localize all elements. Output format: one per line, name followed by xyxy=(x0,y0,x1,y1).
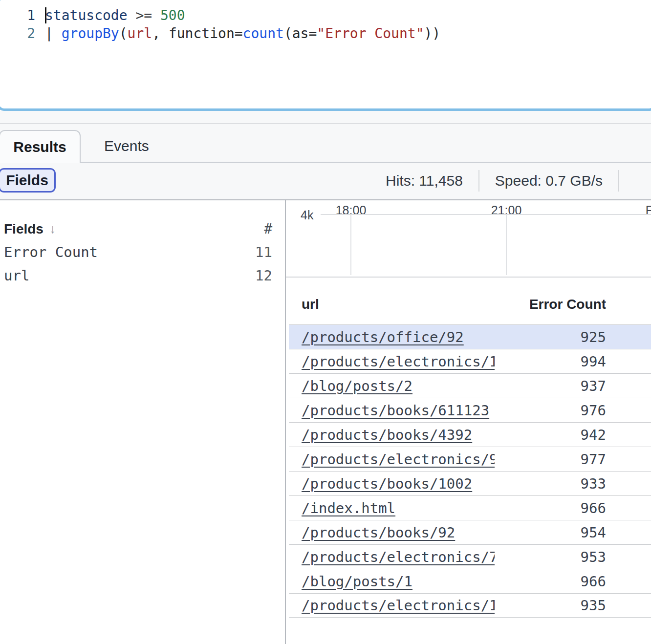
field-count: 11 xyxy=(255,244,272,260)
hits-count: Hits: 11,458 xyxy=(386,172,463,189)
token-as-arg: (as= xyxy=(284,25,317,42)
url-link[interactable]: /products/books/611123 xyxy=(302,402,489,419)
results-subheader: Results Events Fields Hits: 11,458 Speed… xyxy=(0,111,651,199)
table-row[interactable]: /products/electronics/9211 977 xyxy=(289,447,651,471)
vertical-gridline-1800 xyxy=(350,214,351,275)
table-row[interactable]: /products/books/1002 933 xyxy=(289,471,651,495)
url-link[interactable]: /index.html xyxy=(302,500,395,516)
token-close-parens: )) xyxy=(424,25,441,42)
url-link[interactable]: /products/books/4392 xyxy=(302,427,472,443)
horizontal-gridline xyxy=(321,214,651,215)
results-table: url Error Count /products/office/92 925 … xyxy=(289,278,651,618)
query-line-2[interactable]: 2 | groupBy(url, function=count(as="Erro… xyxy=(0,24,651,43)
table-row[interactable]: /products/electronics/7 953 xyxy=(289,544,651,569)
url-link[interactable]: /products/office/92 xyxy=(302,329,464,345)
fields-panel-title: Fields xyxy=(4,221,43,237)
table-row[interactable]: /products/books/92 954 xyxy=(289,520,651,544)
query-editor[interactable]: 1 statuscode >= 500 2 | groupBy(url, fun… xyxy=(0,0,651,111)
table-row[interactable]: /blog/posts/1 966 xyxy=(289,569,651,593)
vertical-gridline-2100 xyxy=(506,214,507,275)
error-count-value: 942 xyxy=(495,427,651,443)
error-count-value: 966 xyxy=(495,573,651,590)
error-count-value: 977 xyxy=(495,451,651,468)
url-link[interactable]: /blog/posts/1 xyxy=(302,573,412,590)
table-row[interactable]: /products/office/92 925 xyxy=(289,324,651,349)
x-axis-tick-partial: F xyxy=(646,203,651,217)
tab-events[interactable]: Events xyxy=(104,138,149,154)
token-function-arg: , function= xyxy=(152,25,242,42)
error-count-value: 937 xyxy=(495,378,651,394)
table-row[interactable]: /products/books/4392 942 xyxy=(289,422,651,447)
token-string-error-count: "Error Count" xyxy=(317,25,424,42)
token-operator: >= xyxy=(128,7,160,23)
fields-panel: Fields ↓ # Error Count 11 url 12 xyxy=(0,200,285,644)
query-line-1[interactable]: 1 statuscode >= 500 xyxy=(0,6,651,24)
error-count-value: 935 xyxy=(495,597,651,614)
url-link[interactable]: /products/books/1002 xyxy=(302,475,472,492)
query-code-1[interactable]: statuscode >= 500 xyxy=(45,6,185,24)
error-count-value: 925 xyxy=(495,329,651,345)
url-link[interactable]: /blog/posts/2 xyxy=(302,378,412,394)
field-name[interactable]: url xyxy=(4,267,29,284)
table-row[interactable]: /blog/posts/2 937 xyxy=(289,373,651,398)
speed-stat: Speed: 0.7 GB/s xyxy=(495,172,603,189)
count-column-header: # xyxy=(264,221,272,237)
table-row[interactable]: /products/electronics/1012 994 xyxy=(289,349,651,373)
results-panel: 4k 18:00 21:00 F url Error Count /produc… xyxy=(286,200,651,644)
table-row[interactable]: /products/electronics/102 935 xyxy=(289,593,651,618)
logscale-search-view: 1 statuscode >= 500 2 | groupBy(url, fun… xyxy=(0,0,651,644)
token-function-groupby: groupBy xyxy=(62,25,119,42)
fields-toggle-button[interactable]: Fields xyxy=(0,168,56,193)
error-count-value: 954 xyxy=(495,524,651,541)
tab-results[interactable]: Results xyxy=(0,130,81,163)
table-row[interactable]: /products/books/611123 976 xyxy=(289,398,651,422)
line-number-1: 1 xyxy=(0,6,35,24)
fields-button-label: Fields xyxy=(6,172,48,189)
error-count-value: 994 xyxy=(495,353,651,370)
url-link[interactable]: /products/electronics/1012 xyxy=(302,353,495,370)
token-pipe: | xyxy=(45,25,62,42)
token-function-count: count xyxy=(243,25,284,42)
field-count: 12 xyxy=(255,267,272,284)
token-paren: ( xyxy=(119,25,128,42)
token-field: statuscode xyxy=(45,7,128,23)
stat-divider xyxy=(618,170,619,192)
url-link[interactable]: /products/electronics/7 xyxy=(302,549,495,565)
search-stats: Hits: 11,458 Speed: 0.7 GB/s xyxy=(386,162,651,199)
table-row[interactable]: /index.html 966 xyxy=(289,495,651,520)
timeline-chart[interactable]: 4k 18:00 21:00 F xyxy=(286,200,651,278)
sort-descending-icon[interactable]: ↓ xyxy=(49,221,56,236)
divider-under-editor xyxy=(0,123,651,124)
results-table-header: url Error Count xyxy=(289,278,651,324)
column-header-error-count[interactable]: Error Count xyxy=(495,297,651,312)
line-number-2: 2 xyxy=(0,24,35,43)
url-link[interactable]: /products/electronics/9211 xyxy=(302,451,495,468)
token-param-url: url xyxy=(128,25,152,42)
y-axis-tick: 4k xyxy=(301,208,311,222)
url-link[interactable]: /products/books/92 xyxy=(302,524,455,541)
text-cursor-caret xyxy=(45,7,46,23)
field-name[interactable]: Error Count xyxy=(4,244,98,260)
column-header-url[interactable]: url xyxy=(289,297,495,312)
field-row-url[interactable]: url 12 xyxy=(0,267,285,284)
stat-divider xyxy=(478,170,479,192)
tab-results-label: Results xyxy=(13,139,66,155)
error-count-value: 966 xyxy=(495,500,651,516)
query-code-2[interactable]: | groupBy(url, function=count(as="Error … xyxy=(45,24,440,43)
fields-panel-header: Fields ↓ # xyxy=(0,200,285,237)
error-count-value: 953 xyxy=(495,549,651,565)
error-count-value: 933 xyxy=(495,475,651,492)
error-count-value: 976 xyxy=(495,402,651,419)
tab-events-label: Events xyxy=(104,138,149,154)
field-row-error-count[interactable]: Error Count 11 xyxy=(0,244,285,260)
url-link[interactable]: /products/electronics/102 xyxy=(302,597,495,614)
token-number: 500 xyxy=(160,7,185,23)
